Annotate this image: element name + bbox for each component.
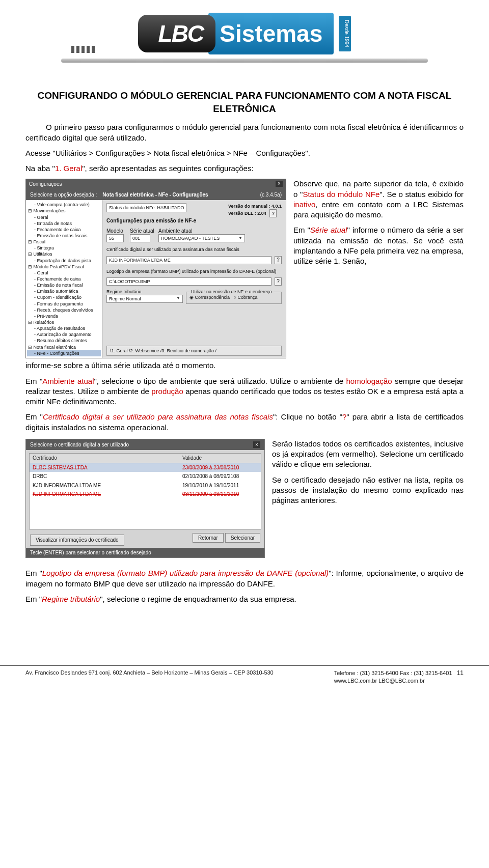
intro-3: Na aba "1. Geral", serão apresentadas as… (25, 163, 464, 174)
window-title: Configurações (29, 181, 62, 188)
tree-item[interactable]: ⊟ Módulo Pista/PDV Fiscal (27, 264, 101, 270)
continue-series: informe-se sobre a última série utilizad… (25, 360, 464, 371)
page-title: CONFIGURANDO O MÓDULO GERENCIAL PARA FUN… (25, 89, 464, 115)
logo-p: Em "Logotipo da empresa (formato BMP) ut… (25, 568, 464, 589)
lbl-regime: Regime tributário (106, 289, 183, 295)
tree-item[interactable]: ⊟ Utilitários (27, 251, 101, 257)
lbl-modelo: Modelo (106, 228, 127, 235)
config-screenshot: Configurações × Selecione a opção deseja… (25, 179, 286, 358)
serie-input[interactable]: 001 (130, 234, 150, 242)
ver-manual: Versão do manual : 4.0.1 (228, 204, 282, 209)
tree-item[interactable]: - Entrada de notas (27, 220, 101, 227)
tree-item[interactable]: - Fechamento de caixa (27, 276, 101, 282)
side-p2: Em "Série atual" informe o número da sér… (293, 225, 464, 266)
endereco-group-label: Utilizar na emissão de NF-e o endereço (189, 289, 274, 295)
ambiente-p: Em "Ambiente atual", selecione o tipo de… (25, 376, 464, 407)
p2c: ", serão apresentadas as seguintes confi… (82, 164, 253, 173)
cert-help-icon[interactable]: ? (275, 256, 282, 264)
side-p4: Se o certificado desejado não estiver na… (272, 475, 464, 506)
section-header: Configurações para emissão de NF-e (106, 217, 282, 225)
tree-item[interactable]: ⊟ Nota fiscal eletrônica (27, 344, 101, 350)
logo-sistemas: Sistemas (208, 13, 334, 54)
cert-p: Em "Certificado digital a ser utilizado … (25, 412, 464, 433)
logo-bar (61, 59, 428, 63)
cert-input[interactable]: KJD INFORMATICA LTDA ME (106, 256, 271, 264)
radio-correspondencia[interactable]: ◉ Correspondência (189, 295, 230, 300)
nav-tree[interactable]: - Vale-compra (contra-vale)⊟ Movimentaçõ… (26, 200, 102, 358)
regime-p: Em "Regime tributário", selecione o regi… (25, 594, 464, 604)
tree-item[interactable]: ⊟ Movimentações (27, 208, 101, 214)
tree-item[interactable]: - Emissão de notas fiscais (27, 233, 101, 239)
view-cert-button[interactable]: Visualizar informações do certificado (30, 535, 124, 546)
chevron-down-icon: ▼ (176, 296, 180, 301)
cert-row[interactable]: KJD INFORMATICA LTDA ME19/10/2010 à 19/1… (30, 481, 261, 490)
tree-item[interactable]: - Geral (27, 214, 101, 220)
tree-item[interactable]: - Vale-compra (contra-vale) (27, 202, 101, 208)
cert-dialog-screenshot: Selecione o certificado digital a ser ut… (25, 439, 265, 558)
side-p3: Serão listados todos os certificados exi… (272, 439, 464, 470)
tree-item[interactable]: - Receb. cheques devolvidos (27, 307, 101, 313)
tree-item[interactable]: - Emissão de nota fiscal (27, 282, 101, 288)
tree-item[interactable]: - Sintegra (27, 245, 101, 251)
logo-help-icon[interactable]: ? (275, 277, 282, 286)
tree-item[interactable]: - Cupom - Identificação (27, 294, 101, 300)
tree-item[interactable]: - Apuração de resultados (27, 325, 101, 331)
window-titlebar: Configurações × (26, 179, 286, 189)
page-number: 11 (457, 669, 464, 677)
help-icon[interactable]: ? (269, 209, 277, 217)
logo-ticks (71, 46, 95, 53)
return-button[interactable]: Retornar (193, 533, 224, 543)
col-cert: Certificado (30, 454, 179, 463)
footer-address: Av. Francisco Deslandes 971 conj. 602 An… (25, 669, 274, 685)
select-button[interactable]: Selecionar (225, 533, 260, 543)
page-footer: Av. Francisco Deslandes 971 conj. 602 An… (0, 665, 489, 690)
lbl-cert: Certificado digital a ser utilizado para… (106, 246, 282, 253)
cert-row[interactable]: KJD INFORMATICA LTDA ME03/11/2009 à 03/1… (30, 490, 261, 499)
tree-item[interactable]: - Geral (27, 270, 101, 276)
cert-dialog-title: Selecione o certificado digital a ser ut… (26, 439, 264, 451)
footer-phone: Telefone : (31) 3215-6400 Fax : (31) 321… (334, 670, 452, 676)
close-icon[interactable]: × (253, 441, 260, 449)
select-label: Selecione a opção desejada : (30, 192, 97, 198)
logo-lbc: LBC (138, 15, 216, 52)
tree-item[interactable]: - Pré-venda (27, 313, 101, 319)
window-breadcrumb: Selecione a opção desejada : Nota fiscal… (26, 189, 286, 201)
modelo-input[interactable]: 55 (106, 234, 124, 242)
chevron-down-icon: ▼ (238, 236, 242, 241)
intro-2: Acesse "Utilitários > Configurações > No… (25, 148, 464, 158)
bottom-tabs[interactable]: \1. Geral /2. Webservice /3. Reinício de… (106, 346, 282, 356)
radio-cobranca[interactable]: ○ Cobrança (234, 295, 258, 300)
tree-item[interactable]: - Resumo débitos clientes (27, 338, 101, 344)
nfe-status: Status do módulo NFe: HABILITADO (106, 203, 186, 212)
p2b: 1. Geral (55, 164, 82, 173)
tree-item[interactable]: - Formas de pagamento (27, 301, 101, 307)
tree-item[interactable]: ⊟ Fiscal (27, 239, 101, 245)
logo-input[interactable]: C:\LOGOTIPO.BMP (106, 277, 271, 286)
version-box: Versão do manual : 4.0.1 Versão DLL : 2.… (228, 203, 282, 217)
col-validity: Validade (179, 454, 261, 463)
lbl-logo: Logotipo da empresa (formato BMP) utiliz… (106, 268, 282, 274)
ver-dll: Versão DLL : 2.04 (228, 211, 266, 216)
breadcrumb-text: Nota fiscal eletrônica - NFe - Configura… (102, 192, 208, 198)
header-logo: LBC Sistemas Desde 1994 (0, 0, 489, 74)
regime-select[interactable]: Regime Normal▼ (106, 295, 183, 303)
page-content: CONFIGURANDO O MÓDULO GERENCIAL PARA FUN… (0, 89, 489, 620)
tree-item[interactable]: - Fechamento de caixa (27, 227, 101, 233)
close-icon[interactable]: × (276, 181, 283, 187)
side-p1: Observe que, na parte superior da tela, … (293, 179, 464, 220)
tree-item[interactable]: - NFe - Configurações (27, 350, 101, 356)
lbl-ambiente: Ambiente atual (158, 228, 282, 235)
cert-list[interactable]: CertificadoValidade DLBC SISTEMAS LTDA23… (29, 453, 261, 529)
tree-item[interactable]: - Autorização de pagamento (27, 331, 101, 338)
ambiente-select[interactable]: HOMOLOGAÇÃO - TESTES▼ (158, 234, 245, 242)
tree-item[interactable]: - Exportação de dados pista (27, 258, 101, 264)
lbl-serie: Série atual (130, 228, 155, 235)
tree-item[interactable]: ⊟ Relatórios (27, 319, 101, 325)
form-area: Status do módulo NFe: HABILITADO Versão … (102, 200, 286, 358)
cert-row[interactable]: DLBC SISTEMAS LTDA23/08/2009 à 23/08/201… (30, 463, 261, 472)
tree-item[interactable]: - Emissão automática (27, 288, 101, 294)
cert-row[interactable]: DRBC02/10/2008 à 08/09/2108 (30, 472, 261, 481)
crumb-version: (c.3.4.5a) (260, 191, 282, 199)
logo-since: Desde 1994 (339, 16, 351, 51)
intro-1: O primeiro passo para configurarmos o mó… (25, 122, 464, 143)
